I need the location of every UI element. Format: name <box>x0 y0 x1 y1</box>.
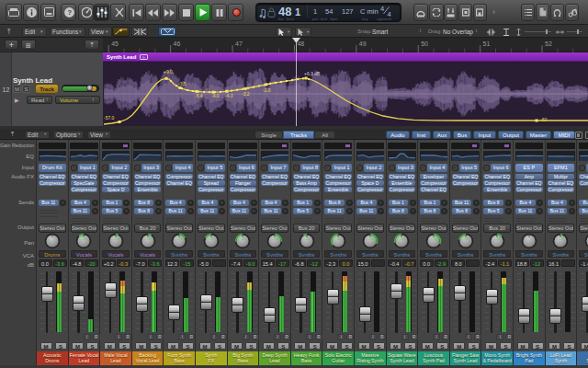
svg-text:+6.3 dB: +6.3 dB <box>304 71 321 76</box>
svg-text:-4.3: -4.3 <box>225 93 233 98</box>
svg-text:49: 49 <box>359 40 367 47</box>
svg-text:52: 52 <box>545 40 552 47</box>
svg-text:-57.0: -57.0 <box>104 115 115 121</box>
svg-text:-2.0: -2.0 <box>263 87 271 93</box>
svg-text:-5.4: -5.4 <box>195 93 203 98</box>
svg-text:-60: -60 <box>540 117 547 122</box>
svg-text:46: 46 <box>174 40 181 47</box>
svg-text:?: ? <box>67 8 72 17</box>
svg-text:4: 4 <box>380 5 384 13</box>
svg-text:51: 51 <box>483 40 491 47</box>
svg-text:+9.0: +9.0 <box>164 69 173 75</box>
svg-text:47: 47 <box>235 40 243 47</box>
svg-text:45: 45 <box>111 40 119 47</box>
svg-text:-3.2: -3.2 <box>242 91 250 97</box>
svg-text:-4.0: -4.0 <box>211 93 220 98</box>
svg-text:50: 50 <box>421 40 428 47</box>
svg-text:4: 4 <box>388 10 391 17</box>
svg-text:-3.5: -3.5 <box>178 81 187 86</box>
